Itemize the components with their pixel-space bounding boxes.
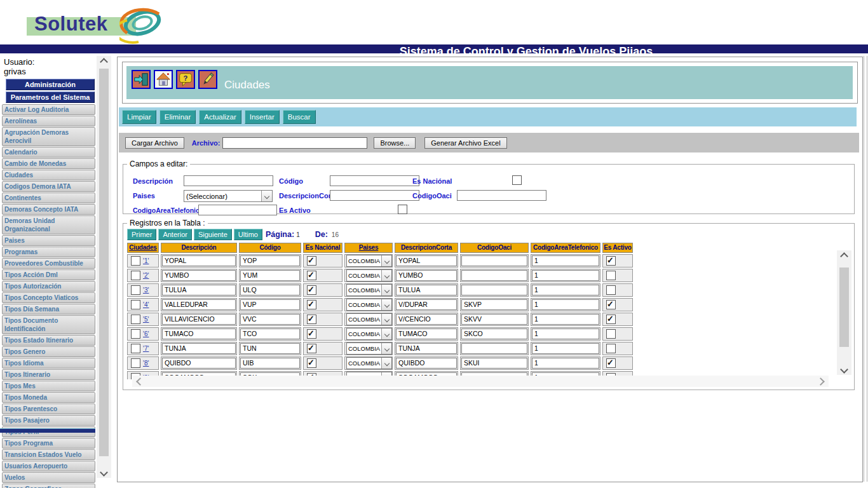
paises-select[interactable]: COLOMBIA [346,357,392,369]
dropdown-arrow-icon[interactable] [261,191,272,201]
sidebar-item[interactable]: Usuarios Aeropuerto [2,461,95,471]
sidebar-item[interactable]: Tipos Autorización [2,281,95,292]
paises-select[interactable]: COLOMBIA [346,269,392,281]
es-activo-checkbox[interactable] [606,256,616,266]
row-number-link[interactable]: '8' [143,360,149,367]
es-nacional-checkbox[interactable] [307,256,316,266]
codigo-textbox[interactable]: VUP [240,299,300,310]
sidebar-scrollbar[interactable] [97,56,111,478]
descripcion-corta-textbox[interactable]: YUMBO [396,270,457,281]
codigo-field[interactable] [330,175,419,186]
sidebar-item[interactable]: Demoras Unidad Organizacional [2,215,95,234]
es-activo-checkbox[interactable] [606,285,616,295]
row-select-checkbox[interactable] [131,329,140,339]
es-nacional-checkbox[interactable] [307,344,316,353]
sidebar-item-clipped[interactable] [0,428,95,433]
sidebar-item[interactable]: Calendario [2,147,95,158]
sidebar-item[interactable]: Tipos Documento Identificación [2,315,95,334]
codigo-textbox[interactable]: UIB [240,358,300,369]
exit-button[interactable] [132,70,151,89]
sidebar-item[interactable]: Tipos Día Semana [2,304,95,315]
es-activo-checkbox[interactable] [606,358,616,368]
codigo-oaci-textbox[interactable]: SKUI [461,358,527,369]
sidebar-section-administracion[interactable]: Administración [6,79,95,90]
prev-page-button[interactable]: Anterior [158,229,192,240]
codigo-oaci-textbox[interactable]: SKCO [461,329,527,339]
row-select-checkbox[interactable] [131,315,140,324]
codigo-oaci-textbox[interactable]: SKVV [461,314,527,325]
descripcion-corta-textbox[interactable]: TULUA [396,285,457,295]
codigo-area-textbox[interactable]: 1 [532,343,599,354]
codigo-area-textbox[interactable]: 1 [532,299,599,310]
row-number-link[interactable]: '3' [143,287,149,294]
es-activo-checkbox[interactable] [606,329,616,339]
codigo-oaci-textbox[interactable] [461,270,527,281]
codigo-textbox[interactable]: TCO [240,329,300,339]
es-activo-checkbox[interactable] [606,344,616,353]
archivo-input[interactable] [222,137,367,149]
insertar-button[interactable]: Insertar [245,110,280,124]
codigo-area-textbox[interactable]: 1 [532,329,599,339]
row-select-checkbox[interactable] [131,256,140,266]
sidebar-item[interactable]: Paises [2,235,95,246]
scroll-right-icon[interactable] [817,377,825,386]
dropdown-arrow-icon[interactable] [381,285,391,295]
sidebar-item[interactable]: Tipos Mes [2,381,95,391]
sidebar-item[interactable]: Codigos Demora IATA [2,181,95,192]
limpiar-button[interactable]: Limpiar [122,110,156,124]
row-number-link[interactable]: '7' [143,345,149,352]
help-button[interactable]: ? [176,70,195,89]
sidebar-item[interactable]: Ciudades [2,170,95,180]
es-nacional-checkbox[interactable] [307,271,316,280]
row-number-link[interactable]: '5' [143,316,149,323]
codigo-oaci-textbox[interactable] [461,255,527,266]
browse-button[interactable]: Browse... [374,137,416,149]
eliminar-button[interactable]: Eliminar [159,110,196,124]
codigo-area-textbox[interactable]: 1 [532,314,599,325]
row-number-link[interactable]: '6' [143,330,149,337]
dropdown-arrow-icon[interactable] [381,270,391,281]
dropdown-arrow-icon[interactable] [381,343,391,354]
descripcion-corta-textbox[interactable]: TUMACO [396,329,457,339]
actualizar-button[interactable]: Actualizar [199,110,241,124]
codigo-oaci-field[interactable] [457,190,546,201]
sidebar-item[interactable]: Agrupación Demoras Aerocivil [2,127,95,146]
cargar-archivo-button[interactable]: Cargar Archivo [125,137,184,149]
es-activo-checkbox[interactable] [606,271,616,280]
descripcion-corta-textbox[interactable]: YOPAL [396,255,457,266]
codigo-textbox[interactable]: VVC [240,314,300,325]
table-scrollbar-thumb[interactable] [839,268,849,347]
table-horizontal-scrollbar[interactable] [132,376,829,387]
table-vertical-scrollbar[interactable] [837,250,851,375]
paises-select[interactable]: (Seleccionar) [184,190,273,202]
scroll-left-icon[interactable] [136,377,144,386]
codigo-textbox[interactable]: ULQ [240,285,300,295]
sidebar-item[interactable]: Transicion Estados Vuelo [2,449,95,460]
codigo-textbox[interactable]: YOP [240,255,300,266]
es-nacional-checkbox[interactable] [307,285,316,295]
sidebar-item[interactable]: Programas [2,247,95,257]
row-select-checkbox[interactable] [131,344,140,353]
sidebar-item[interactable]: Demoras Concepto IATA [2,204,95,215]
dropdown-arrow-icon[interactable] [381,329,391,339]
home-button[interactable] [154,70,173,89]
column-header[interactable]: Paises [344,243,393,253]
descripcion-textbox[interactable]: YOPAL [162,255,236,266]
descripcion-textbox[interactable]: VALLEDUPAR [162,299,236,310]
sidebar-item[interactable]: Tipos Estado Itinerario [2,335,95,346]
descripcion-textbox[interactable]: TULUA [162,285,236,295]
sidebar-item[interactable]: Tipos Genero [2,346,95,357]
descripcion-textbox[interactable]: TUMACO [162,329,236,339]
edit-button[interactable] [198,70,217,89]
sidebar-item[interactable]: Activar Log Auditoria [2,104,95,115]
dropdown-arrow-icon[interactable] [381,299,391,310]
dropdown-arrow-icon[interactable] [381,255,391,266]
es-activo-checkbox[interactable] [606,300,616,309]
descripcion-textbox[interactable]: VILLAVICENCIO [162,314,236,325]
sidebar-section-parametros[interactable]: Parametros del Sistema [6,92,95,103]
codigo-textbox[interactable]: TUN [240,343,300,354]
es-nacional-checkbox[interactable] [307,329,316,339]
paises-select[interactable]: COLOMBIA [346,299,392,311]
column-header[interactable]: Ciudades [127,243,159,253]
last-page-button[interactable]: Ultimo [234,229,262,240]
